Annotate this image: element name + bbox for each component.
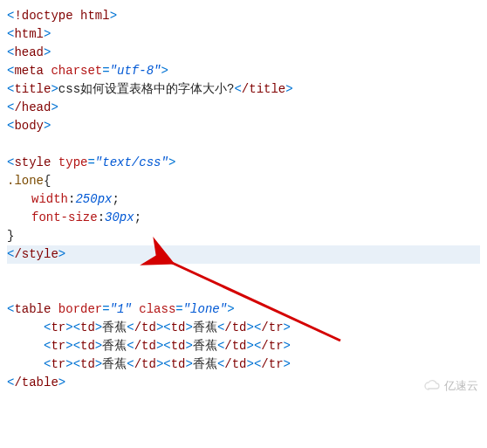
table-row-3: <tr><td>香蕉</td><td>香蕉</td></tr>	[7, 355, 480, 374]
css-prop-fontsize: font-size:30px;	[7, 209, 480, 227]
table-open: <table border="1" class="lone">	[7, 300, 480, 319]
style-open: <style type="text/css">	[7, 154, 480, 172]
watermark-text: 亿速云	[444, 377, 478, 395]
meta-line: <meta charset="utf-8">	[7, 62, 480, 80]
cloud-icon	[423, 379, 441, 391]
html-open: <html>	[7, 25, 480, 44]
table-close: </table>	[7, 374, 480, 392]
head-close: </head>	[7, 99, 480, 117]
body-open: <body>	[7, 117, 480, 135]
style-close: </style>	[7, 245, 480, 264]
watermark: 亿速云	[423, 377, 478, 395]
code-block: <!doctype html> <html> <head> <meta char…	[7, 7, 480, 392]
css-close-brace: }	[7, 227, 480, 245]
doctype-line: <!doctype html>	[7, 7, 480, 25]
css-selector: .lone{	[7, 172, 480, 190]
css-prop-width: width:250px;	[7, 190, 480, 209]
title-line: <title>css如何设置表格中的字体大小?</title>	[7, 80, 480, 99]
head-open: <head>	[7, 44, 480, 62]
table-row-2: <tr><td>香蕉</td><td>香蕉</td></tr>	[7, 337, 480, 355]
table-row-1: <tr><td>香蕉</td><td>香蕉</td></tr>	[7, 319, 480, 337]
